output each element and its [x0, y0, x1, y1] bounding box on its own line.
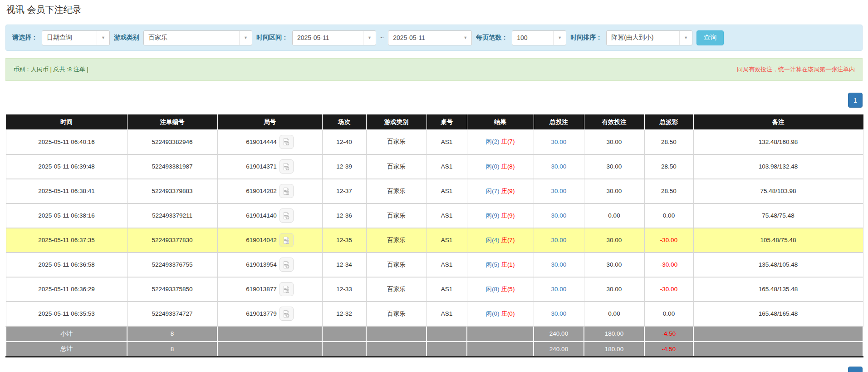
header-total-bet: 总投注 — [534, 115, 584, 130]
cell-payout: -30.00 — [644, 228, 693, 253]
table-row: 2025-05-11 06:40:16 522493382946 6190144… — [6, 130, 863, 154]
cell-payout: -30.00 — [644, 253, 693, 277]
header-round: 局号 — [217, 115, 322, 130]
cell-bet-id: 522493382946 — [127, 130, 217, 154]
cell-bet-id: 522493375850 — [127, 277, 217, 302]
cell-time: 2025-05-11 06:37:35 — [6, 228, 127, 253]
subtotal-total-bet: 240.00 — [534, 326, 584, 342]
video-replay-button[interactable] — [280, 258, 294, 272]
cell-bet-id: 522493379883 — [127, 179, 217, 203]
cell-session: 12-33 — [322, 277, 366, 302]
video-file-icon — [282, 285, 291, 294]
result-player: 闲(2) — [486, 138, 500, 145]
cell-session: 12-37 — [322, 179, 366, 203]
cell-game: 百家乐 — [366, 302, 427, 326]
table-row: 2025-05-11 06:38:16 522493379211 6190141… — [6, 203, 863, 228]
bet-records-table: 时间 注单编号 局号 场次 游戏类别 桌号 结果 总投注 有效投注 总派彩 备注… — [5, 114, 863, 357]
game-category-select[interactable]: 百家乐 ▼ — [143, 30, 252, 45]
cell-payout: -30.00 — [644, 277, 693, 302]
chevron-down-icon: ▼ — [363, 31, 376, 45]
cell-time: 2025-05-11 06:35:53 — [6, 302, 127, 326]
total-bet-link[interactable]: 30.00 — [551, 237, 567, 243]
per-page-value: 100 — [512, 34, 553, 41]
cell-table: AS1 — [427, 253, 467, 277]
pagination-page-1-bottom[interactable]: 1 — [848, 367, 863, 372]
cell-remark: 75.48/75.48 — [693, 203, 863, 228]
cell-valid-bet: 0.00 — [584, 302, 644, 326]
filter-panel: 请选择： 日期查询 ▼ 游戏类别 百家乐 ▼ 时间区间： 2025-05-11 … — [5, 25, 863, 51]
video-replay-button[interactable] — [280, 159, 294, 174]
total-payout: -4.50 — [644, 342, 693, 357]
cell-result: 闲(2) 庄(7) — [467, 130, 534, 154]
total-bet-link[interactable]: 30.00 — [551, 188, 567, 194]
select-type-label: 请选择： — [12, 34, 38, 42]
result-player: 闲(0) — [486, 163, 500, 170]
result-player: 闲(7) — [486, 188, 500, 194]
cell-time: 2025-05-11 06:40:16 — [6, 130, 127, 154]
cell-session: 12-36 — [322, 203, 366, 228]
result-banker: 庄(0) — [501, 310, 515, 317]
total-bet-link[interactable]: 30.00 — [551, 261, 567, 268]
cell-game: 百家乐 — [366, 130, 427, 154]
video-file-icon — [282, 137, 291, 146]
result-banker: 庄(8) — [501, 163, 515, 170]
cell-table: AS1 — [427, 203, 467, 228]
total-bet-link[interactable]: 30.00 — [551, 139, 567, 145]
video-replay-button[interactable] — [280, 282, 294, 296]
cell-session: 12-32 — [322, 302, 366, 326]
table-row: 2025-05-11 06:39:48 522493381987 6190143… — [6, 154, 863, 179]
time-sort-select[interactable]: 降冪(由大到小) ▼ — [606, 30, 692, 45]
result-banker: 庄(9) — [501, 188, 515, 194]
cell-remark: 165.48/165.48 — [693, 302, 863, 326]
video-file-icon — [282, 187, 291, 196]
cell-payout: 28.50 — [644, 154, 693, 179]
cell-game: 百家乐 — [366, 179, 427, 203]
cell-valid-bet: 30.00 — [584, 154, 644, 179]
pagination-page-1[interactable]: 1 — [848, 93, 863, 108]
cell-game: 百家乐 — [366, 228, 427, 253]
total-bet-link[interactable]: 30.00 — [551, 212, 567, 219]
currency-total-text: 币别：人民币 | 总共 :8 注单 | — [13, 65, 88, 74]
cell-result: 闲(4) 庄(7) — [467, 228, 534, 253]
cell-table: AS1 — [427, 302, 467, 326]
cell-game: 百家乐 — [366, 203, 427, 228]
subtotal-row: 小计 8 240.00 180.00 -4.50 — [6, 326, 863, 342]
date-range-tilde: ~ — [380, 34, 384, 41]
result-player: 闲(9) — [486, 212, 500, 219]
total-bet-link[interactable]: 30.00 — [551, 310, 567, 317]
total-label: 总计 — [6, 342, 127, 357]
cell-payout: 0.00 — [644, 203, 693, 228]
time-range-label: 时间区间： — [256, 34, 288, 42]
video-replay-button[interactable] — [280, 233, 294, 247]
video-replay-button[interactable] — [280, 307, 294, 321]
date-from-select[interactable]: 2025-05-11 ▼ — [292, 30, 376, 45]
total-bet-link[interactable]: 30.00 — [551, 163, 567, 170]
video-replay-button[interactable] — [280, 135, 294, 149]
cell-payout: 28.50 — [644, 179, 693, 203]
video-file-icon — [282, 211, 291, 220]
header-bet-id: 注单编号 — [127, 115, 217, 130]
cell-valid-bet: 30.00 — [584, 179, 644, 203]
cell-remark: 105.48/75.48 — [693, 228, 863, 253]
header-result: 结果 — [467, 115, 534, 130]
header-valid-bet: 有效投注 — [584, 115, 644, 130]
date-to-select[interactable]: 2025-05-11 ▼ — [388, 30, 472, 45]
per-page-select[interactable]: 100 ▼ — [512, 30, 566, 45]
result-player: 闲(8) — [486, 286, 500, 293]
video-replay-button[interactable] — [280, 208, 294, 223]
result-banker: 庄(5) — [501, 286, 515, 293]
cell-bet-id: 522493381987 — [127, 154, 217, 179]
header-table: 桌号 — [427, 115, 467, 130]
video-replay-button[interactable] — [280, 184, 294, 198]
cell-round-number: 619014042 — [246, 237, 277, 243]
total-bet-link[interactable]: 30.00 — [551, 286, 567, 293]
query-type-select[interactable]: 日期查询 ▼ — [42, 30, 110, 45]
cell-table: AS1 — [427, 130, 467, 154]
cell-valid-bet: 0.00 — [584, 203, 644, 228]
chevron-down-icon: ▼ — [97, 31, 109, 45]
table-row: 2025-05-11 06:36:29 522493375850 6190138… — [6, 277, 863, 302]
cell-remark: 75.48/103.98 — [693, 179, 863, 203]
table-header-row: 时间 注单编号 局号 场次 游戏类别 桌号 结果 总投注 有效投注 总派彩 备注 — [6, 115, 863, 130]
search-button[interactable]: 查询 — [696, 30, 724, 45]
cell-game: 百家乐 — [366, 253, 427, 277]
